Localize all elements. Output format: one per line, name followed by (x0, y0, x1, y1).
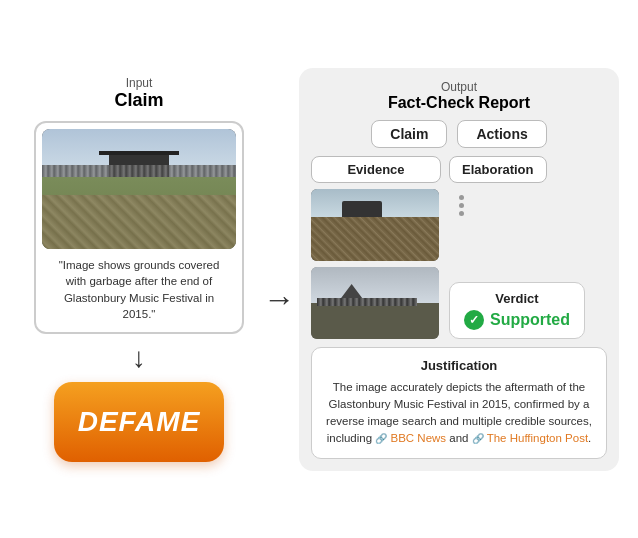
claim-text: "Image shows grounds covered with garbag… (42, 249, 236, 325)
arrow-right-icon: → (263, 281, 295, 318)
claim-image (42, 129, 236, 249)
claim-tag[interactable]: Claim (371, 120, 447, 148)
dot-2 (459, 203, 464, 208)
main-container: Input Claim "Image shows grounds covered… (9, 9, 629, 529)
elaboration-label: Elaboration (449, 156, 547, 183)
dot-3 (459, 211, 464, 216)
elaboration-column: Elaboration Verdict ✓ Supported (449, 156, 607, 339)
justification-title: Justification (324, 358, 594, 373)
arrow-down-icon: ↓ (132, 344, 146, 372)
ev-ground-1 (311, 217, 439, 260)
left-panel: Input Claim "Image shows grounds covered… (19, 76, 259, 461)
output-label-text: Output (441, 80, 477, 94)
input-title: Claim (114, 90, 163, 111)
link-icon-2: 🔗 (472, 433, 484, 444)
huffington-link-text: The Huffington Post (487, 432, 588, 444)
verdict-text: Supported (490, 311, 570, 329)
justification-text: The image accurately depicts the afterma… (324, 379, 594, 448)
content-row: Evidence Elaboration (311, 156, 607, 339)
evidence-column: Evidence (311, 156, 441, 339)
verdict-title: Verdict (464, 291, 570, 306)
debris-layer (42, 195, 236, 249)
verdict-box: Verdict ✓ Supported (449, 282, 585, 339)
link-icon-1: 🔗 (375, 433, 387, 444)
ev2-ground (311, 303, 439, 339)
dot-1 (459, 195, 464, 200)
ev2-people (317, 298, 417, 306)
huffington-post-link[interactable]: 🔗 The Huffington Post (472, 432, 588, 444)
justification-text-3: . (588, 432, 591, 444)
defame-label: DEFAME (78, 406, 201, 438)
justification-text-2: and (446, 432, 472, 444)
stage-top-shape (99, 151, 179, 155)
evidence-label: Evidence (311, 156, 441, 183)
bbc-link-text: BBC News (390, 432, 446, 444)
output-title: Fact-Check Report (311, 94, 607, 112)
input-section-label: Input Claim (114, 76, 163, 111)
input-label-text: Input (126, 76, 153, 90)
dots-menu[interactable] (449, 195, 464, 216)
verdict-value: ✓ Supported (464, 310, 570, 330)
defame-button[interactable]: DEFAME (54, 382, 224, 462)
evidence-image-2 (311, 267, 439, 339)
arrow-right-container: → (263, 221, 295, 318)
right-panel: Output Fact-Check Report Claim Actions E… (299, 68, 619, 471)
actions-tag[interactable]: Actions (457, 120, 546, 148)
evidence-image-1 (311, 189, 439, 261)
check-icon: ✓ (464, 310, 484, 330)
tags-row: Claim Actions (311, 120, 607, 148)
bbc-news-link[interactable]: 🔗 BBC News (375, 432, 446, 444)
ev2-sky (311, 267, 439, 303)
claim-box: "Image shows grounds covered with garbag… (34, 121, 244, 333)
output-section-label: Output Fact-Check Report (311, 80, 607, 112)
justification-box: Justification The image accurately depic… (311, 347, 607, 459)
